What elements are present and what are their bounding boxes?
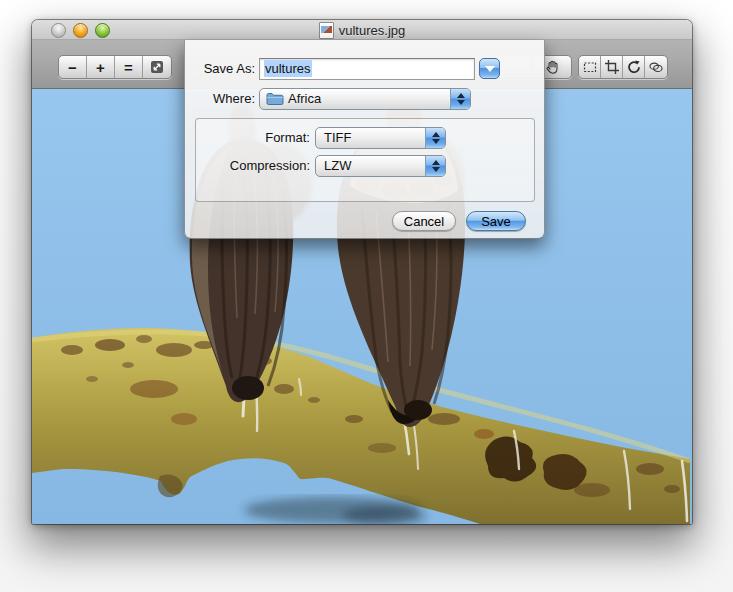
shapes-tool-button[interactable] xyxy=(645,56,667,78)
zoom-out-icon: − xyxy=(68,59,77,76)
format-label: Format: xyxy=(196,127,310,149)
rect-select-tool-button[interactable] xyxy=(579,56,601,78)
zoom-in-icon: + xyxy=(96,59,105,76)
popup-stepper-icon xyxy=(425,128,445,148)
disclosure-triangle-icon xyxy=(485,66,495,72)
window-title: vultures.jpg xyxy=(339,23,405,38)
titlebar[interactable]: vultures.jpg xyxy=(32,20,692,40)
save-as-row: Save As: vultures xyxy=(185,58,544,80)
zoom-segmented-control: − + = xyxy=(58,55,172,79)
filename-input[interactable]: vultures xyxy=(259,58,475,80)
options-groupbox: Format: TIFF Compression: LZW xyxy=(195,118,535,202)
rotate-tool-button[interactable] xyxy=(623,56,645,78)
save-sheet: Save As: vultures Where: Africa xyxy=(184,40,545,239)
format-popup[interactable]: TIFF xyxy=(315,127,446,149)
tools-segmented-control xyxy=(578,55,668,79)
crop-tool-icon xyxy=(604,59,620,75)
crop-tool-button[interactable] xyxy=(601,56,623,78)
image-document-icon xyxy=(319,22,334,39)
popup-stepper-icon xyxy=(450,89,470,109)
rotate-tool-icon xyxy=(626,59,642,75)
compression-row: Compression: LZW xyxy=(196,155,534,177)
actual-size-button[interactable]: = xyxy=(115,56,143,78)
compression-popup[interactable]: LZW xyxy=(315,155,446,177)
folder-icon xyxy=(266,92,284,106)
filename-value: vultures xyxy=(264,60,312,77)
popup-stepper-icon xyxy=(425,156,445,176)
actual-size-icon: = xyxy=(124,59,133,76)
cancel-button[interactable]: Cancel xyxy=(392,211,456,231)
save-as-label: Save As: xyxy=(185,58,255,80)
preview-window: vultures.jpg − + = xyxy=(32,20,692,524)
where-row: Where: Africa xyxy=(185,88,544,110)
where-value: Africa xyxy=(288,89,321,109)
rect-select-tool-icon xyxy=(582,59,598,75)
compression-value: LZW xyxy=(324,156,351,176)
format-row: Format: TIFF xyxy=(196,127,534,149)
hand-tool-icon xyxy=(544,59,560,75)
expand-sheet-button[interactable] xyxy=(479,58,500,79)
where-popup[interactable]: Africa xyxy=(259,88,471,110)
where-label: Where: xyxy=(185,88,255,110)
shapes-tool-icon xyxy=(648,59,664,75)
fit-to-window-button[interactable] xyxy=(143,56,171,78)
zoom-in-button[interactable]: + xyxy=(87,56,115,78)
format-value: TIFF xyxy=(324,128,351,148)
compression-label: Compression: xyxy=(196,155,310,177)
save-button[interactable]: Save xyxy=(466,211,526,231)
zoom-out-button[interactable]: − xyxy=(59,56,87,78)
fit-to-window-icon xyxy=(149,59,165,75)
desktop-background: vultures.jpg − + = xyxy=(0,0,733,592)
